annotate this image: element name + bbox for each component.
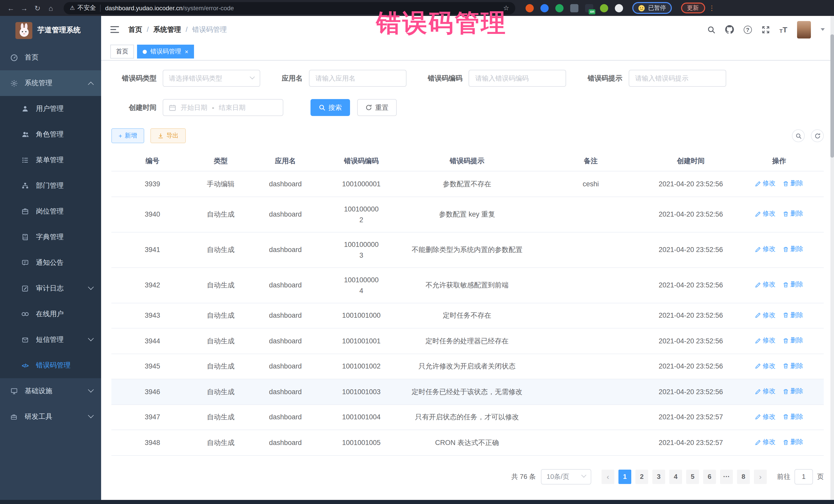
cell-id: 3939	[111, 171, 194, 197]
sidebar-item-label: 短信管理	[36, 335, 64, 344]
scrollbar-thumb[interactable]	[830, 35, 834, 158]
app-logo[interactable]: 芋道管理系统	[0, 16, 101, 45]
edit-link[interactable]: 修改	[755, 335, 775, 346]
page-button-2[interactable]: 2	[635, 469, 648, 484]
cell-actions: 修改删除	[734, 267, 824, 303]
fullscreen-icon[interactable]	[761, 25, 770, 34]
error-hint-input[interactable]	[629, 70, 726, 87]
date-range-picker[interactable]: 开始日期 - 结束日期	[163, 99, 283, 116]
url-bar[interactable]: ⚠ 不安全 dashboard.yudao.iocoder.cn /system…	[64, 2, 515, 14]
sidebar-item-audit-logs[interactable]: 审计日志	[0, 276, 101, 301]
delete-link[interactable]: 删除	[783, 437, 803, 447]
delete-link[interactable]: 删除	[783, 411, 803, 422]
next-page-button[interactable]: ›	[754, 469, 767, 484]
app-name-input[interactable]	[309, 70, 406, 87]
edit-link[interactable]: 修改	[755, 178, 775, 189]
sidebar-item-announcements[interactable]: 通知公告	[0, 250, 101, 276]
refresh-table-button[interactable]	[811, 129, 824, 142]
bookmark-star-icon[interactable]: ☆	[503, 4, 509, 12]
home-icon[interactable]: ⌂	[45, 4, 57, 12]
reload-icon[interactable]: ↻	[32, 4, 43, 12]
edit-link[interactable]: 修改	[755, 437, 775, 447]
user-avatar[interactable]	[797, 21, 811, 38]
edit-link[interactable]: 修改	[755, 280, 775, 290]
pagination: 共 76 条 10条/页 ‹123456···8› 前往 页	[111, 469, 824, 484]
sidebar-item-label: 首页	[25, 53, 39, 62]
sidebar-item-error-codes[interactable]: </>错误码管理	[0, 353, 101, 378]
paused-extension-badge[interactable]: 已暂停	[632, 2, 672, 14]
tab-错误码管理[interactable]: 错误码管理×	[137, 45, 194, 59]
help-icon[interactable]: ?	[743, 25, 752, 34]
back-icon[interactable]: ←	[5, 4, 17, 12]
goto-page-input[interactable]	[794, 469, 813, 484]
page-button-···[interactable]: ···	[720, 469, 733, 484]
delete-link[interactable]: 删除	[783, 335, 803, 346]
page-button-4[interactable]: 4	[669, 469, 682, 484]
page-button-5[interactable]: 5	[686, 469, 699, 484]
close-icon[interactable]: ×	[185, 48, 188, 54]
delete-link[interactable]: 删除	[783, 386, 803, 397]
search-icon[interactable]	[707, 25, 715, 34]
extension-green-check-icon[interactable]	[555, 4, 564, 12]
github-icon[interactable]	[725, 25, 734, 34]
delete-link[interactable]: 删除	[783, 209, 803, 219]
font-size-icon[interactable]: TT	[780, 25, 787, 34]
cell-id: 3944	[111, 328, 194, 354]
edit-link[interactable]: 修改	[755, 244, 775, 255]
menu-list-icon	[21, 156, 30, 164]
sidebar-item-home[interactable]: 首页	[0, 45, 101, 70]
sidebar-item-system[interactable]: 系统管理	[0, 70, 101, 96]
forward-icon[interactable]: →	[19, 4, 30, 12]
sidebar-item-infrastructure[interactable]: 基础设施	[0, 378, 101, 404]
edit-link[interactable]: 修改	[755, 209, 775, 219]
add-button[interactable]: + 新增	[111, 128, 144, 143]
extension-on-badge-icon[interactable]: on	[585, 4, 593, 12]
delete-link[interactable]: 删除	[783, 360, 803, 371]
sidebar-item-dev-tools[interactable]: 研发工具	[0, 404, 101, 430]
delete-link[interactable]: 删除	[783, 244, 803, 255]
edit-link[interactable]: 修改	[755, 360, 775, 371]
breadcrumb-item[interactable]: 首页	[128, 25, 142, 34]
delete-link[interactable]: 删除	[783, 310, 803, 321]
sidebar-item-sms[interactable]: 短信管理	[0, 327, 101, 353]
sidebar-item-online-users[interactable]: 在线用户	[0, 301, 101, 327]
page-button-6[interactable]: 6	[703, 469, 716, 484]
browser-menu-icon[interactable]: ⋮	[708, 4, 715, 12]
show-search-button[interactable]	[792, 129, 805, 142]
link-icon	[21, 311, 30, 317]
search-button[interactable]: 搜索	[310, 99, 350, 116]
sidebar-item-departments[interactable]: 部门管理	[0, 173, 101, 199]
delete-link[interactable]: 删除	[783, 178, 803, 189]
extension-orange-icon[interactable]	[526, 4, 534, 12]
extension-puzzle-icon[interactable]	[615, 4, 623, 12]
edit-link[interactable]: 修改	[755, 386, 775, 397]
error-hint-label: 错误码提示	[588, 74, 622, 83]
page-button-8[interactable]: 8	[737, 469, 750, 484]
extension-gem-icon[interactable]	[541, 4, 549, 12]
edit-link[interactable]: 修改	[755, 310, 775, 321]
extension-grid-icon[interactable]	[570, 4, 578, 12]
security-label[interactable]: 不安全	[78, 4, 96, 12]
page-button-1[interactable]: 1	[618, 469, 631, 484]
delete-link[interactable]: 删除	[783, 280, 803, 290]
hamburger-icon[interactable]	[110, 26, 119, 34]
update-button[interactable]: 更新	[681, 3, 705, 13]
sidebar-item-dictionaries[interactable]: 字典管理	[0, 224, 101, 250]
chevron-down-icon[interactable]	[821, 28, 825, 31]
prev-page-button[interactable]: ‹	[601, 469, 614, 484]
sidebar-item-posts[interactable]: 岗位管理	[0, 199, 101, 224]
page-button-3[interactable]: 3	[652, 469, 665, 484]
export-button[interactable]: 导出	[150, 128, 186, 143]
edit-link[interactable]: 修改	[755, 411, 775, 422]
extension-leaf-icon[interactable]	[600, 4, 608, 12]
sidebar-item-users[interactable]: 用户管理	[0, 96, 101, 122]
page-size-select[interactable]: 10条/页	[541, 469, 591, 484]
error-type-select[interactable]: 请选择错误码类型	[163, 70, 260, 87]
breadcrumb-item[interactable]: 系统管理	[153, 25, 181, 34]
sidebar-item-roles[interactable]: 角色管理	[0, 122, 101, 147]
tab-首页[interactable]: 首页	[110, 45, 134, 59]
column-header: 错误码提示	[400, 151, 534, 171]
sidebar-item-menus[interactable]: 菜单管理	[0, 147, 101, 173]
reset-button[interactable]: 重置	[357, 99, 397, 116]
error-code-input[interactable]	[468, 70, 566, 87]
